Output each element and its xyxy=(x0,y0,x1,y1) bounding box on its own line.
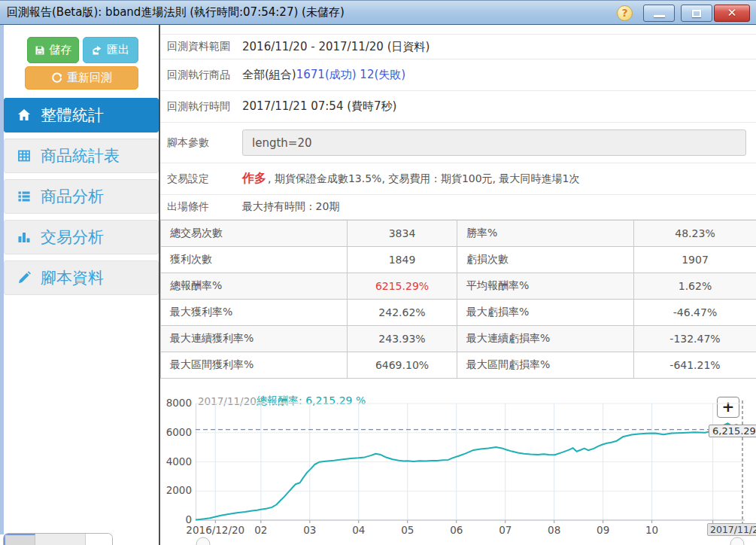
info-label: 回測資料範圍 xyxy=(167,40,242,53)
info-row-exit-condition: 出場條件 最大持有時間 : 20期 xyxy=(160,194,756,220)
sidebar-item-label: 腳本資料 xyxy=(41,267,104,288)
info-row-products: 回測執行商品 全部(組合) 1671(成功) 12(失敗) xyxy=(160,59,756,90)
stats-label: 虧損次數 xyxy=(457,247,634,273)
minimize-button[interactable] xyxy=(643,5,675,22)
stats-label: 最大獲利率% xyxy=(161,300,348,326)
sidebar-menu: 整體統計 商品統計表 商品分析 交易分析 腳本資料 xyxy=(4,98,159,301)
sidebar-item-product-stats-table[interactable]: 商品統計表 xyxy=(4,139,159,173)
stats-label: 最大區間虧損率% xyxy=(457,352,634,379)
export-icon xyxy=(92,45,102,56)
pencil-icon xyxy=(16,269,34,286)
save-icon xyxy=(35,45,45,56)
series-end-value-label: 6,215.29 xyxy=(709,425,756,437)
export-button-label: 匯出 xyxy=(107,43,129,57)
rerun-backtest-button[interactable]: 重新回測 xyxy=(25,66,138,90)
background-window-tab xyxy=(4,534,35,545)
save-button[interactable]: 儲存 xyxy=(27,37,79,63)
y-tick-label: 4000 xyxy=(160,455,192,467)
sidebar-item-label: 交易分析 xyxy=(41,227,104,248)
maximize-button[interactable] xyxy=(681,5,712,22)
background-window-tab xyxy=(86,534,112,545)
sidebar-item-label: 整體統計 xyxy=(41,105,104,126)
report-info-rows: 回測資料範圍 2016/11/20 - 2017/11/20 (日資料) 回測執… xyxy=(160,34,756,220)
minimize-icon xyxy=(654,15,665,17)
sidebar-item-script-data[interactable]: 腳本資料 xyxy=(4,260,159,295)
total-return-line xyxy=(196,423,745,519)
sidebar: 儲存 匯出 重新回測 整體統計 商品統計表 xyxy=(4,25,159,545)
stats-value: 243.93% xyxy=(348,326,457,352)
stats-label: 最大虧損率% xyxy=(457,300,634,326)
stats-value: -641.21% xyxy=(634,352,756,379)
script-params-input[interactable] xyxy=(242,129,746,156)
sidebar-item-overall-stats[interactable]: 整體統計 xyxy=(4,98,159,132)
exit-condition-text: 最大持有時間 : 20期 xyxy=(242,200,339,214)
info-row-trade-settings: 交易設定 作多 , 期貨保證金成數13.5%, 交易費用 : 期貨100元, 最… xyxy=(160,163,756,194)
chart-nav-handle xyxy=(196,537,210,545)
sidebar-item-label: 商品分析 xyxy=(41,186,104,207)
x-axis-end-date-label: 2017/11/20 xyxy=(707,523,756,536)
table-icon xyxy=(16,148,34,164)
info-label: 腳本參數 xyxy=(167,136,242,150)
y-tick-label: 6000 xyxy=(160,426,192,438)
stats-value: 1907 xyxy=(634,247,756,273)
window-title: 回測報告(Beta版): bband進場法則 (執行時間:07:54:27) (… xyxy=(7,5,345,20)
list-icon xyxy=(16,188,34,205)
stats-row: 獲利次數1849虧損次數1907 xyxy=(161,247,756,273)
sidebar-item-product-analysis[interactable]: 商品分析 xyxy=(4,179,159,214)
info-label: 回測執行商品 xyxy=(167,69,242,82)
trade-settings-text: , 期貨保證金成數13.5%, 交易費用 : 期貨100元, 最大同時進場1次 xyxy=(268,172,579,186)
help-icon[interactable]: ? xyxy=(617,5,633,21)
stats-value: -46.47% xyxy=(634,300,756,326)
equity-curve-chart: 2017/11/20 總報酬率: 6,215.29 % + 0200040006… xyxy=(160,390,756,545)
success-fail-count-link[interactable]: 1671(成功) 12(失敗) xyxy=(296,68,405,82)
info-label: 交易設定 xyxy=(167,172,242,186)
stats-value: 6215.29% xyxy=(348,273,457,300)
stats-row: 最大區間獲利率%6469.10%最大區間虧損率%-641.21% xyxy=(161,352,756,379)
stats-label: 最大連續虧損率% xyxy=(457,326,634,352)
chart-plot-area xyxy=(196,390,745,545)
stats-label: 最大連續獲利率% xyxy=(161,326,348,352)
x-tick-label: 10 xyxy=(618,524,686,536)
bar-chart-icon xyxy=(16,229,34,245)
stats-label: 總報酬率% xyxy=(161,273,348,300)
stats-row: 總報酬率%6215.29%平均報酬率%1.62% xyxy=(161,273,756,300)
stats-value: 6469.10% xyxy=(348,352,457,379)
save-button-label: 儲存 xyxy=(50,43,72,57)
rerun-button-label: 重新回測 xyxy=(67,71,112,85)
background-window-tabs xyxy=(3,533,113,545)
titlebar: 回測報告(Beta版): bband進場法則 (執行時間:07:54:27) (… xyxy=(0,0,756,25)
stats-label: 勝率% xyxy=(457,221,634,247)
info-label: 出場條件 xyxy=(167,200,242,214)
refresh-icon xyxy=(51,72,62,84)
stats-row: 最大獲利率%242.62%最大虧損率%-46.47% xyxy=(161,300,756,326)
stats-value: 1849 xyxy=(348,247,457,273)
long-direction-flag: 作多 xyxy=(242,171,266,187)
stats-label: 最大區間獲利率% xyxy=(161,352,348,379)
export-button[interactable]: 匯出 xyxy=(83,37,138,63)
stats-label: 平均報酬率% xyxy=(457,273,634,300)
maximize-icon xyxy=(692,10,701,17)
home-icon xyxy=(16,107,34,123)
info-row-exec-time: 回測執行時間 2017/11/21 07:54 (費時7秒) xyxy=(160,90,756,122)
stats-label: 總交易次數 xyxy=(161,221,348,247)
stats-row: 最大連續獲利率%243.93%最大連續虧損率%-132.47% xyxy=(161,326,756,352)
y-tick-label: 8000 xyxy=(160,397,192,409)
close-button[interactable]: ✕ xyxy=(714,5,750,22)
stats-value: 1.62% xyxy=(634,273,756,300)
stats-value: 242.62% xyxy=(348,300,457,326)
info-label: 回測執行時間 xyxy=(167,100,242,114)
info-row-script-params: 腳本參數 xyxy=(160,122,756,163)
stats-label: 獲利次數 xyxy=(161,247,348,273)
stats-value: -132.47% xyxy=(634,326,756,352)
stats-row: 總交易次數3834勝率%48.23% xyxy=(161,221,756,247)
backtest-products: 全部(組合) xyxy=(242,68,296,82)
sidebar-item-trade-analysis[interactable]: 交易分析 xyxy=(4,220,159,254)
sidebar-item-label: 商品統計表 xyxy=(41,145,120,166)
chart-nav-handle xyxy=(730,537,744,545)
backtest-exec-time: 2017/11/21 07:54 (費時7秒) xyxy=(242,99,396,114)
stats-value: 3834 xyxy=(348,221,457,247)
backtest-data-range: 2016/11/20 - 2017/11/20 (日資料) xyxy=(242,40,430,54)
info-row-data-range: 回測資料範圍 2016/11/20 - 2017/11/20 (日資料) xyxy=(160,34,756,59)
report-content: 回測資料範圍 2016/11/20 - 2017/11/20 (日資料) 回測執… xyxy=(160,25,756,545)
y-tick-label: 2000 xyxy=(160,484,192,496)
